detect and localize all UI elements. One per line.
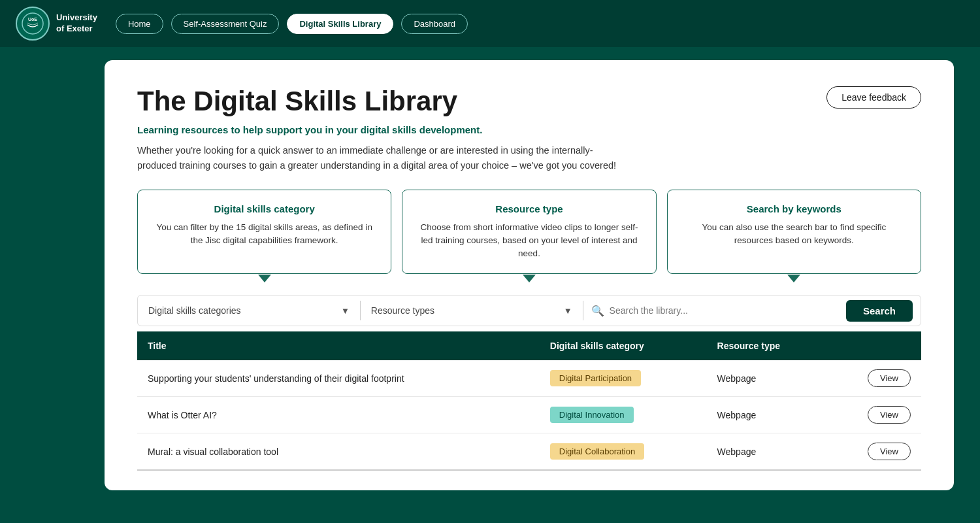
arrow-row <box>137 274 921 282</box>
search-input[interactable] <box>610 305 841 316</box>
table-row: Supporting your students' understanding … <box>137 360 921 397</box>
resource-chevron-icon: ▼ <box>564 306 572 316</box>
col-title: Title <box>137 331 540 360</box>
subtitle: Learning resources to help support you i… <box>137 124 921 135</box>
search-segment: 🔍 Search <box>583 295 921 326</box>
table-row: Mural: a visual collaboration tool Digit… <box>137 433 921 471</box>
search-icon: 🔍 <box>591 305 604 317</box>
row-2-action[interactable]: View <box>828 397 921 433</box>
table-header-row: Title Digital skills category Resource t… <box>137 331 921 360</box>
logo-area: UoE University of Exeter <box>16 7 97 41</box>
category-filter-segment[interactable]: Digital skills categories ▼ <box>138 295 360 326</box>
row-3-view-button[interactable]: View <box>868 443 911 460</box>
nav-dashboard-button[interactable]: Dashboard <box>401 14 468 34</box>
search-button[interactable]: Search <box>846 300 913 322</box>
row-1-category: Digital Participation <box>540 360 707 397</box>
row-1-resource-type: Webpage <box>707 360 828 397</box>
info-box-resource-title: Resource type <box>417 203 641 214</box>
university-name: University of Exeter <box>56 12 97 35</box>
arrow-1 <box>137 274 391 282</box>
row-2-title: What is Otter AI? <box>137 397 540 433</box>
svg-point-0 <box>22 13 43 34</box>
arrow-3 <box>667 274 921 282</box>
row-1-view-button[interactable]: View <box>868 369 911 387</box>
row-2-category: Digital Innovation <box>540 397 707 433</box>
nav-home-button[interactable]: Home <box>116 14 163 34</box>
filter-row: Digital skills categories ▼ Resource typ… <box>137 295 921 326</box>
info-box-resource: Resource type Choose from short informat… <box>402 190 656 275</box>
svg-text:UoE: UoE <box>28 17 37 22</box>
col-action <box>828 331 921 360</box>
row-1-category-tag: Digital Participation <box>550 370 641 386</box>
page-title: The Digital Skills Library <box>137 86 921 116</box>
navbar: UoE University of Exeter Home Self-Asses… <box>0 0 980 47</box>
arrow-2 <box>402 274 656 282</box>
resource-filter-label: Resource types <box>371 305 564 316</box>
table-row: What is Otter AI? Digital Innovation Web… <box>137 397 921 433</box>
row-1-title: Supporting your students' understanding … <box>137 360 540 397</box>
main-card: The Digital Skills Library Learning reso… <box>105 60 954 490</box>
col-resource-type: Resource type <box>707 331 828 360</box>
info-box-category-text: You can filter by the 15 digital skills … <box>152 221 376 248</box>
info-box-category-title: Digital skills category <box>152 203 376 214</box>
info-box-keywords-text: You can also use the search bar to find … <box>682 221 906 248</box>
resource-filter-segment[interactable]: Resource types ▼ <box>361 295 583 326</box>
leave-feedback-button[interactable]: Leave feedback <box>826 86 921 109</box>
nav-quiz-button[interactable]: Self-Assessment Quiz <box>171 14 280 34</box>
university-logo: UoE <box>16 7 50 41</box>
row-2-category-tag: Digital Innovation <box>550 407 634 423</box>
category-chevron-icon: ▼ <box>341 306 350 316</box>
info-boxes: Digital skills category You can filter b… <box>137 190 921 275</box>
nav-library-button[interactable]: Digital Skills Library <box>287 14 393 34</box>
col-category: Digital skills category <box>540 331 707 360</box>
info-box-resource-text: Choose from short informative video clip… <box>417 221 641 261</box>
description: Whether you're looking for a quick answe… <box>137 143 627 173</box>
row-3-category: Digital Collaboration <box>540 433 707 471</box>
info-box-keywords-title: Search by keywords <box>682 203 906 214</box>
row-1-action[interactable]: View <box>828 360 921 397</box>
row-3-action[interactable]: View <box>828 433 921 471</box>
category-filter-label: Digital skills categories <box>148 305 341 316</box>
row-2-resource-type: Webpage <box>707 397 828 433</box>
row-3-category-tag: Digital Collaboration <box>550 443 644 460</box>
row-3-resource-type: Webpage <box>707 433 828 471</box>
info-box-category: Digital skills category You can filter b… <box>137 190 391 275</box>
row-2-view-button[interactable]: View <box>868 406 911 424</box>
results-table: Title Digital skills category Resource t… <box>137 331 921 471</box>
row-3-title: Mural: a visual collaboration tool <box>137 433 540 471</box>
info-box-keywords: Search by keywords You can also use the … <box>667 190 921 275</box>
